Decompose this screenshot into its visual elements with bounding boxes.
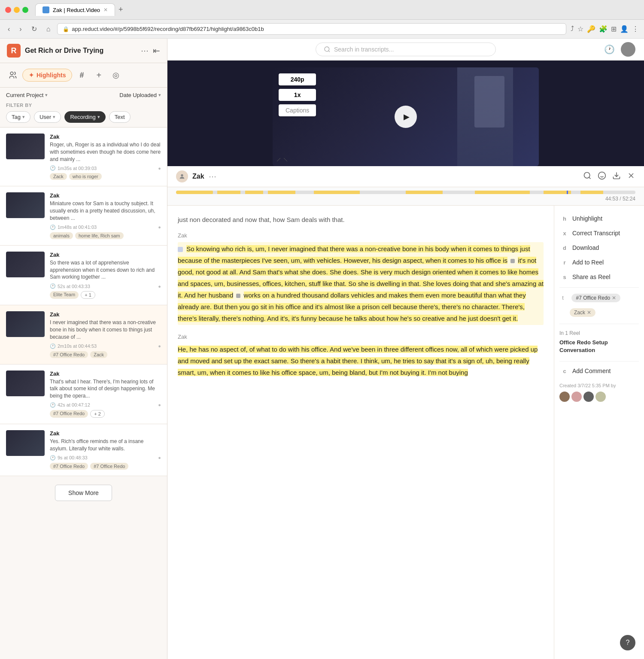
tag-zack-remove[interactable]: ✕ [587,310,591,316]
highlight-item[interactable]: Zak Yes. Rich's office reminds me of a i… [0,424,167,476]
search-bar[interactable]: Search in transcripts... [316,43,496,56]
svg-point-0 [10,72,13,75]
speed-selector[interactable]: 1x [279,89,316,101]
sidebar-header: R Get Rich or Drive Trying ⋯ ⇤ [0,39,167,63]
sidebar-item-search[interactable]: ◎ [108,67,124,83]
filter-user-label: User [39,114,51,120]
sidebar-item-tags[interactable]: # [74,67,89,83]
highlight-item[interactable]: Zak Miniature cows for Sam is a touchy s… [0,186,167,245]
profile-icon[interactable]: 👤 [620,25,629,33]
filter-chip-text[interactable]: Text [109,111,131,123]
highlight-dot-menu[interactable]: ● [158,455,161,460]
context-share-as-reel[interactable]: s Share as Reel [559,270,639,284]
quality-selector[interactable]: 240p [279,73,316,85]
share-as-reel-label: Share as Reel [572,273,611,280]
tag-pill[interactable]: Zack [90,351,107,358]
highlight-item-selected[interactable]: Zak I never imagined that there was a no… [0,305,167,364]
tag-pill[interactable]: #7 Office Redo [50,463,88,470]
progress-track[interactable] [176,191,635,194]
highlight-thumbnail [6,311,45,337]
filter-chip-recording[interactable]: Recording ▾ [64,111,105,123]
context-unhighlight[interactable]: h Unhighlight [559,212,639,225]
highlight-meta: 🕐 42s at 00:47:12 ● [50,402,161,408]
highlight-item[interactable]: Zak So there was a lot of apprehensive a… [0,246,167,305]
tag-remove-button[interactable]: ✕ [612,295,616,301]
transcript-download-icon[interactable] [612,171,621,182]
transcript-search-icon[interactable] [583,171,592,182]
highlight-item-content: Zak So there was a lot of apprehensive a… [50,252,161,299]
context-add-comment[interactable]: c Add Comment [559,364,639,378]
project-menu-button[interactable]: ⋯ [141,46,149,55]
progress-segment-4 [268,191,295,194]
help-button[interactable]: ? [620,635,635,650]
tag-pill[interactable]: #7 Office Redo [50,410,88,418]
highlight-item[interactable]: Zak Roger, uh, Roger is as a individual … [0,128,167,186]
filter-chip-user[interactable]: User ▾ [34,111,61,123]
bookmark-icon[interactable]: ☆ [577,25,583,33]
context-correct-transcript[interactable]: x Correct Transcript [559,226,639,240]
user-avatar[interactable] [621,42,635,57]
tab-group-icon[interactable]: ⊞ [611,25,617,33]
highlight-dot-menu[interactable]: ● [158,284,161,289]
tag-count-pill[interactable]: + 2 [90,410,105,418]
add-comment-label: Add Comment [572,367,611,374]
hash-icon: # [79,71,84,80]
highlight-dot-menu[interactable]: ● [158,343,161,349]
highlight-dot-menu[interactable]: ● [158,225,161,230]
play-button[interactable]: ▶ [395,106,417,128]
back-button[interactable]: ‹ [5,24,12,34]
refresh-button[interactable]: ↻ [29,24,39,34]
tag-office-redo[interactable]: #7 Office Redo ✕ [571,294,620,302]
new-tab-button[interactable]: + [118,5,123,14]
tag-pill[interactable]: Zack [50,173,67,180]
tag-pill[interactable]: #7 Office Redo [90,463,128,470]
tag-pill[interactable]: #7 Office Redo [50,351,88,358]
tab-close-button[interactable]: ✕ [103,7,108,13]
address-bar[interactable]: 🔒 app.reduct.video/#/p/5998b5f692/record… [57,23,566,35]
highlight-text: Yes. Rich's office reminds me of a insan… [50,438,161,452]
date-select[interactable]: Date Uploaded ▾ [119,92,161,98]
tag-zack[interactable]: Zack ✕ [570,308,595,317]
tag-pill[interactable]: home life, Rich sam [75,232,124,239]
filter-chip-tag[interactable]: Tag ▾ [6,111,30,123]
share-icon[interactable]: ⤴ [571,25,574,33]
active-tab[interactable]: Zak | Reduct.Video ✕ [35,3,115,16]
forward-button[interactable]: › [17,24,24,34]
tag-zack-text: Zack [574,310,585,316]
traffic-lights [5,7,28,13]
highlight-dot-menu[interactable]: ● [158,402,161,407]
transcript-section: Zak ⋯ [167,166,644,659]
transcript-emoji-icon[interactable] [598,171,606,182]
highlight-item[interactable]: Zak That's what I hear. There's, I'm hea… [0,364,167,424]
captions-button[interactable]: Captions [279,104,316,116]
inline-mark-3 [236,294,240,298]
extensions-icon[interactable]: 🧩 [599,25,608,33]
project-select[interactable]: Current Project ▾ [6,92,48,98]
context-download[interactable]: d Download [559,241,639,255]
tag-pill[interactable]: animals [50,232,73,239]
minimize-button[interactable] [14,7,20,13]
show-more-button[interactable]: Show More [55,485,112,501]
sidebar-toggle-button[interactable]: ⇤ [153,46,160,56]
highlight-speaker-name: Zak [50,192,161,199]
password-icon[interactable]: 🔑 [587,25,595,33]
history-icon[interactable]: 🕐 [604,44,615,55]
tag-count-pill[interactable]: + 1 [81,291,95,299]
sidebar-item-people[interactable] [5,67,21,83]
context-add-to-reel[interactable]: r Add to Reel [559,255,639,269]
home-button[interactable]: ⌂ [44,24,53,34]
transcript-more-menu[interactable]: ⋯ [209,172,216,181]
transcript-close-icon[interactable] [627,171,635,182]
search-circle-icon: ◎ [112,70,119,80]
tag-pill[interactable]: who is roger [69,173,102,180]
browser-menu-icon[interactable]: ⋮ [632,25,639,33]
inline-mark [178,247,183,252]
sidebar-item-highlights[interactable]: ✦ Highlights [22,69,72,82]
highlight-dot-menu[interactable]: ● [158,166,161,171]
highlighted-span: So knowing who rich is, um, I never imag… [178,245,530,264]
help-icon: ? [626,639,630,647]
tag-pill[interactable]: Elite Team [50,291,79,299]
maximize-button[interactable] [22,7,28,13]
sidebar-item-add[interactable]: + [91,67,106,83]
close-button[interactable] [5,7,11,13]
